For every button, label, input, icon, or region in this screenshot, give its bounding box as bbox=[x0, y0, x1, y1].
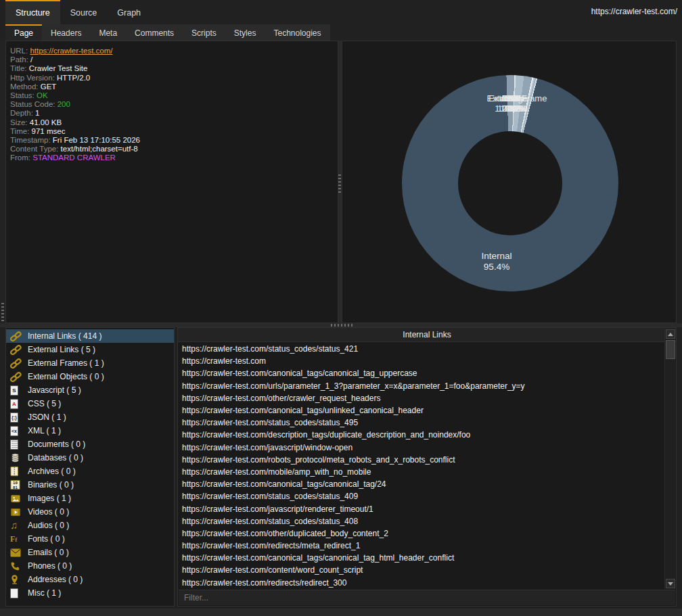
list-item[interactable]: https://crawler-test.com/canonical_tags/… bbox=[179, 404, 664, 417]
sidebar-item-label: External Frames ( 1 ) bbox=[28, 358, 104, 368]
scrollbar-thumb[interactable] bbox=[666, 340, 675, 359]
sidebar-item-documents[interactable]: Documents ( 0 ) bbox=[6, 437, 174, 451]
list-item[interactable]: https://crawler-test.com/status_codes/st… bbox=[179, 490, 664, 502]
sidebar-item-videos[interactable]: Videos ( 0 ) bbox=[6, 505, 174, 519]
sidebar-item-label: Fonts ( 0 ) bbox=[28, 534, 65, 544]
js-icon: S bbox=[10, 385, 24, 396]
sidebar-item-external-objects[interactable]: External Objects ( 0 ) bbox=[6, 370, 174, 383]
list-item[interactable]: https://crawler-test.com/robots_protocol… bbox=[179, 454, 664, 466]
list-item[interactable]: https://crawler-test.com bbox=[179, 355, 664, 367]
list-item[interactable]: https://crawler-test.com/description_tag… bbox=[179, 429, 664, 441]
detail-line-size: Size: 41.00 KB bbox=[10, 118, 334, 127]
sidebar-item-internal-links[interactable]: Internal Links ( 414 ) bbox=[6, 329, 174, 343]
json-icon: {;} bbox=[10, 412, 24, 423]
vertical-splitter[interactable] bbox=[338, 41, 342, 323]
sub-tab-headers[interactable]: Headers bbox=[42, 24, 90, 41]
sidebar-item-audios[interactable]: ♫Audios ( 0 ) bbox=[6, 519, 174, 532]
list-item[interactable]: https://crawler-test.com/status_codes/st… bbox=[179, 515, 664, 527]
slice-label-pct: 95.4% bbox=[456, 262, 537, 273]
splitter-grip[interactable] bbox=[338, 174, 341, 193]
scrollbar[interactable] bbox=[664, 329, 675, 589]
list-item[interactable]: https://crawler-test.com/javascript/rend… bbox=[179, 502, 664, 515]
detail-label: Timestamp: bbox=[10, 136, 53, 144]
sub-tab-styles[interactable]: Styles bbox=[225, 24, 265, 41]
sidebar-item-label: Videos ( 0 ) bbox=[28, 507, 69, 517]
db-icon bbox=[10, 452, 24, 463]
sidebar-item-external-frames[interactable]: External Frames ( 1 ) bbox=[6, 356, 174, 370]
splitter-grip[interactable] bbox=[331, 324, 353, 327]
slice-label-pct: 0.2% bbox=[443, 103, 592, 114]
sidebar-item-emails[interactable]: Emails ( 0 ) bbox=[6, 546, 174, 559]
list-item[interactable]: https://crawler-test.com/redirects/redir… bbox=[179, 577, 664, 589]
current-url-display: https://crawler-test.com/ bbox=[591, 7, 677, 16]
left-edge-splitter[interactable] bbox=[0, 41, 5, 323]
detail-label: URL: bbox=[10, 47, 30, 55]
slice-label-name: Internal bbox=[456, 251, 537, 262]
main-tab-source[interactable]: Source bbox=[60, 0, 108, 24]
sidebar-item-misc[interactable]: Misc ( 1 ) bbox=[6, 586, 174, 600]
detail-line-content-type: Content Type: text/html;charset=utf-8 bbox=[10, 145, 334, 153]
detail-label: Status: bbox=[10, 91, 37, 99]
main-tab-structure[interactable]: Structure bbox=[5, 0, 60, 24]
list-item[interactable]: https://crawler-test.com/other/duplicate… bbox=[179, 527, 664, 540]
slice-label-misc: Misc0.2% bbox=[443, 93, 592, 114]
sidebar-item-json[interactable]: {;}JSON ( 1 ) bbox=[6, 410, 174, 424]
scroll-up-button[interactable] bbox=[666, 329, 675, 339]
list-item[interactable]: https://crawler-test.com/redirects/meta_… bbox=[179, 540, 664, 552]
link-distribution-chart-panel: External1.2%External Frame0.2%JS1.2%CSS1… bbox=[342, 41, 677, 323]
sidebar-item-binaries[interactable]: 1001Binaries ( 0 ) bbox=[6, 478, 174, 492]
binary-icon: 1001 bbox=[10, 479, 24, 490]
list-item[interactable]: https://crawler-test.com/urls/parameter_… bbox=[179, 380, 664, 392]
sub-tab-technologies[interactable]: Technologies bbox=[265, 24, 329, 41]
sidebar-item-databases[interactable]: Databases ( 0 ) bbox=[6, 451, 174, 465]
sidebar-item-addresses[interactable]: Addresses ( 0 ) bbox=[6, 573, 174, 586]
detail-value: / bbox=[30, 55, 32, 64]
sidebar-item-css[interactable]: ACSS ( 5 ) bbox=[6, 397, 174, 410]
sub-tab-meta[interactable]: Meta bbox=[90, 24, 126, 41]
main-tab-graph[interactable]: Graph bbox=[107, 0, 151, 24]
detail-line-time: Time: 971 msec bbox=[10, 127, 334, 136]
sidebar-item-label: Images ( 1 ) bbox=[28, 494, 71, 503]
list-item[interactable]: https://crawler-test.com/status_codes/st… bbox=[179, 343, 664, 355]
list-item[interactable]: https://crawler-test.com/javascript/wind… bbox=[179, 442, 664, 454]
css-icon: A bbox=[10, 398, 24, 409]
list-item[interactable]: https://crawler-test.com/other/crawler_r… bbox=[179, 392, 664, 404]
scroll-down-button[interactable] bbox=[666, 579, 675, 588]
detail-label: Title: bbox=[10, 64, 29, 72]
list-item[interactable]: https://crawler-test.com/canonical_tags/… bbox=[179, 367, 664, 379]
detail-line-from: From: STANDARD CRAWLER bbox=[10, 153, 334, 162]
svg-text:10: 10 bbox=[13, 481, 18, 485]
detail-line-title: Title: Crawler Test Site bbox=[10, 64, 334, 73]
sidebar-item-xml[interactable]: <xXML ( 1 ) bbox=[6, 424, 174, 437]
list-item[interactable]: https://crawler-test.com/canonical_tags/… bbox=[179, 552, 664, 564]
sub-tab-comments[interactable]: Comments bbox=[126, 24, 183, 41]
sidebar-item-phones[interactable]: Phones ( 0 ) bbox=[6, 559, 174, 573]
list-item[interactable]: https://crawler-test.com/canonical_tags/… bbox=[179, 478, 664, 490]
detail-line-path: Path: / bbox=[10, 55, 334, 64]
video-icon bbox=[10, 506, 24, 517]
sidebar-item-external-links[interactable]: External Links ( 5 ) bbox=[6, 343, 174, 356]
detail-label: Size: bbox=[10, 118, 30, 126]
sub-tab-scripts[interactable]: Scripts bbox=[183, 24, 225, 41]
detail-label: Depth: bbox=[10, 109, 35, 117]
sub-tab-page[interactable]: Page bbox=[5, 24, 42, 41]
sidebar-item-fonts[interactable]: FfFonts ( 0 ) bbox=[6, 532, 174, 546]
sidebar-item-archives[interactable]: Archives ( 0 ) bbox=[6, 465, 174, 478]
detail-value[interactable]: https://crawler-test.com/ bbox=[30, 47, 112, 55]
list-item[interactable]: https://crawler-test.com/content/word_co… bbox=[179, 564, 664, 576]
detail-value: 1 bbox=[35, 109, 39, 117]
links-list-title: Internal Links bbox=[403, 330, 451, 339]
filter-input[interactable] bbox=[179, 590, 675, 605]
email-icon bbox=[10, 547, 24, 558]
links-list-panel: Internal Links https://crawler-test.com/… bbox=[177, 327, 677, 607]
audio-icon: ♫ bbox=[10, 520, 24, 531]
list-item[interactable]: https://crawler-test.com/status_codes/st… bbox=[179, 417, 664, 429]
sidebar-item-images[interactable]: Images ( 1 ) bbox=[6, 492, 174, 505]
list-item[interactable]: https://crawler-test.com/mobile/amp_with… bbox=[179, 466, 664, 478]
detail-label: Path: bbox=[10, 55, 30, 64]
splitter-grip[interactable] bbox=[1, 303, 4, 322]
sidebar-item-javascript[interactable]: SJavascript ( 5 ) bbox=[6, 383, 174, 397]
image-icon bbox=[10, 493, 24, 504]
detail-value: STANDARD CRAWLER bbox=[32, 153, 116, 162]
triangle-down-icon bbox=[668, 582, 673, 586]
